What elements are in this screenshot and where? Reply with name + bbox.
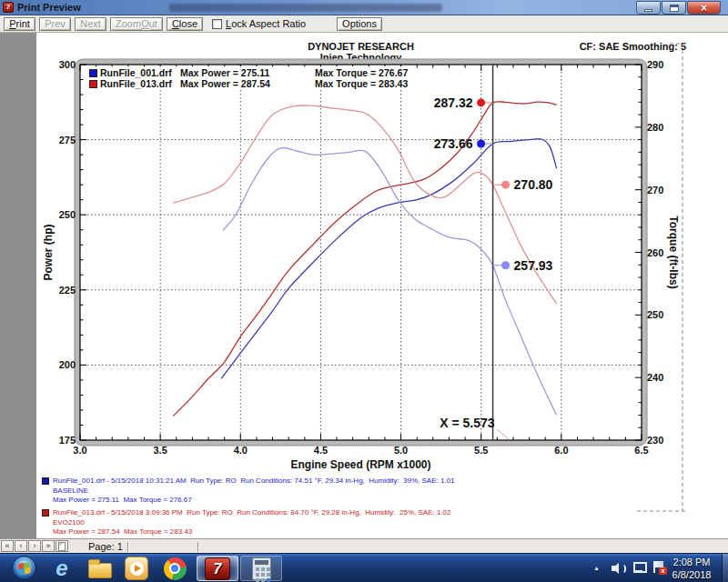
- run-color-swatch: [42, 509, 49, 517]
- svg-text:230: 230: [647, 435, 663, 446]
- page-thumbnail-button[interactable]: [56, 540, 68, 552]
- print-button[interactable]: Print: [4, 17, 35, 31]
- print-preview-area: DYNOJET RESEARCH Injen Technology CF: SA…: [0, 33, 728, 538]
- taskbar-item-chrome[interactable]: [157, 556, 193, 581]
- svg-text:175: 175: [59, 435, 76, 446]
- taskbar-item-media-player[interactable]: [118, 556, 155, 581]
- toolbar: PrintPrevNextZoom OutClose Lock Aspect R…: [0, 15, 728, 33]
- svg-text:300: 300: [59, 59, 76, 70]
- options-button[interactable]: Options: [337, 17, 382, 31]
- restore-button[interactable]: [662, 1, 686, 15]
- lock-aspect-checkbox[interactable]: Lock Aspect Ratio: [212, 18, 306, 29]
- next-button: Next: [75, 17, 106, 31]
- folder-icon: [88, 563, 112, 578]
- legend-file: RunFile_013.drf: [100, 78, 180, 89]
- internet-explorer-icon: e: [56, 557, 67, 579]
- svg-text:3.0: 3.0: [73, 445, 86, 456]
- nav-button-0[interactable]: «: [1, 540, 14, 552]
- titlebar-close-button[interactable]: ×: [687, 1, 721, 15]
- checkbox-icon[interactable]: [212, 19, 222, 29]
- svg-text:280: 280: [647, 122, 663, 133]
- svg-text:Engine Speed (RPM x1000): Engine Speed (RPM x1000): [290, 458, 430, 471]
- run-detail-text: RunFile_001.drf - 5/15/2018 10:31:21 AM …: [53, 477, 679, 506]
- minimize-button[interactable]: [636, 1, 661, 15]
- svg-text:Power (hp): Power (hp): [42, 224, 55, 280]
- legend-row: RunFile_001.drfMax Power = 275.11Max Tor…: [89, 67, 408, 78]
- minimize-icon: [644, 9, 652, 12]
- legend-row: RunFile_013.drfMax Power = 287.54Max Tor…: [89, 78, 408, 89]
- run-detail-block: RunFile_013.drf - 5/15/2018 3:09:36 PM R…: [42, 508, 679, 537]
- svg-text:260: 260: [647, 247, 663, 258]
- run-detail-block: RunFile_001.drf - 5/15/2018 10:31:21 AM …: [42, 477, 679, 506]
- taskbar-clock[interactable]: 2:08 PM 6/8/2018: [664, 556, 719, 581]
- legend-max-power: Max Power = 287.54: [180, 78, 315, 89]
- taskbar-item-file-explorer[interactable]: [82, 556, 118, 581]
- svg-text:290: 290: [647, 59, 663, 70]
- hidden-icons-chevron[interactable]: ▲: [593, 565, 600, 571]
- legend-max-torque: Max Torque = 283.43: [315, 78, 408, 89]
- svg-text:287.32: 287.32: [434, 95, 473, 110]
- svg-text:250: 250: [59, 209, 76, 220]
- svg-text:4.5: 4.5: [314, 445, 328, 456]
- prev-button: Prev: [39, 17, 71, 31]
- close-button[interactable]: Close: [167, 17, 203, 31]
- print-preview-window: 7 Print Preview × PrintPrevNextZoom OutC…: [0, 0, 728, 582]
- close-icon: ×: [701, 3, 707, 14]
- svg-text:200: 200: [59, 359, 76, 370]
- show-desktop-button[interactable]: [722, 554, 728, 582]
- legend-max-power: Max Power = 275.11: [180, 67, 315, 78]
- svg-text:270: 270: [647, 185, 663, 196]
- window-controls: ×: [635, 1, 721, 15]
- taskbar: e 7 ▲ x 2:08 PM 6/8/2018: [0, 553, 728, 582]
- svg-text:6.0: 6.0: [554, 445, 568, 456]
- svg-text:240: 240: [647, 372, 663, 383]
- app-icon: 7: [3, 2, 14, 13]
- legend-max-torque: Max Torque = 276.67: [315, 67, 408, 78]
- svg-text:5.5: 5.5: [474, 445, 488, 456]
- svg-text:257.93: 257.93: [514, 258, 553, 273]
- nav-button-3[interactable]: »: [42, 540, 55, 552]
- zoom-out-button: Zoom Out: [110, 17, 163, 31]
- run-color-swatch: [42, 477, 49, 485]
- nav-button-2[interactable]: ›: [28, 540, 41, 552]
- window-title: Print Preview: [17, 2, 81, 13]
- legend-color-swatch: [89, 69, 97, 77]
- taskbar-item-dynojet-app[interactable]: 7: [197, 556, 238, 581]
- toolbar-buttons: PrintPrevNextZoom OutClose: [0, 17, 203, 31]
- svg-text:275: 275: [59, 135, 76, 146]
- svg-text:4.0: 4.0: [234, 445, 248, 456]
- start-button[interactable]: [12, 556, 36, 580]
- taskbar-item-internet-explorer[interactable]: e: [44, 556, 80, 581]
- svg-text:250: 250: [647, 309, 663, 320]
- svg-text:Torque (ft-lbs): Torque (ft-lbs): [667, 216, 680, 288]
- statusbar: «‹›» Page: 1: [0, 538, 728, 553]
- taskbar-item-calculator[interactable]: [240, 556, 282, 581]
- svg-text:225: 225: [59, 285, 76, 296]
- svg-text:5.0: 5.0: [394, 445, 408, 456]
- network-icon[interactable]: [633, 562, 646, 572]
- restore-icon: [670, 5, 679, 12]
- page-icon: [58, 542, 66, 551]
- statusbar-nav: «‹›»: [0, 540, 55, 552]
- dynojet-app-icon: 7: [205, 557, 230, 580]
- legend-file: RunFile_001.drf: [100, 67, 180, 78]
- statusbar-divider: [127, 542, 129, 552]
- title-watermark-redacted: [169, 4, 442, 12]
- page-indicator: Page: 1: [88, 541, 123, 552]
- windows-flag-icon: [17, 562, 31, 575]
- clock-time: 2:08 PM: [664, 556, 719, 568]
- lock-aspect-label: Lock Aspect Ratio: [226, 18, 306, 29]
- legend-color-swatch: [89, 80, 97, 88]
- window-titlebar[interactable]: 7 Print Preview ×: [0, 0, 728, 15]
- svg-text:6.5: 6.5: [634, 445, 648, 456]
- svg-text:X = 5.573: X = 5.573: [440, 416, 495, 430]
- chart-legend: RunFile_001.drfMax Power = 275.11Max Tor…: [87, 66, 410, 90]
- nav-button-1[interactable]: ‹: [15, 540, 27, 552]
- svg-text:3.5: 3.5: [153, 445, 167, 456]
- dyno-chart: 3.03.54.04.55.05.56.06.51752002252502753…: [0, 33, 728, 538]
- svg-text:273.66: 273.66: [434, 136, 473, 151]
- clock-date: 6/8/2018: [664, 568, 719, 581]
- media-player-icon: [125, 557, 148, 580]
- volume-icon[interactable]: [612, 563, 626, 574]
- statusbar-divider: [197, 542, 199, 552]
